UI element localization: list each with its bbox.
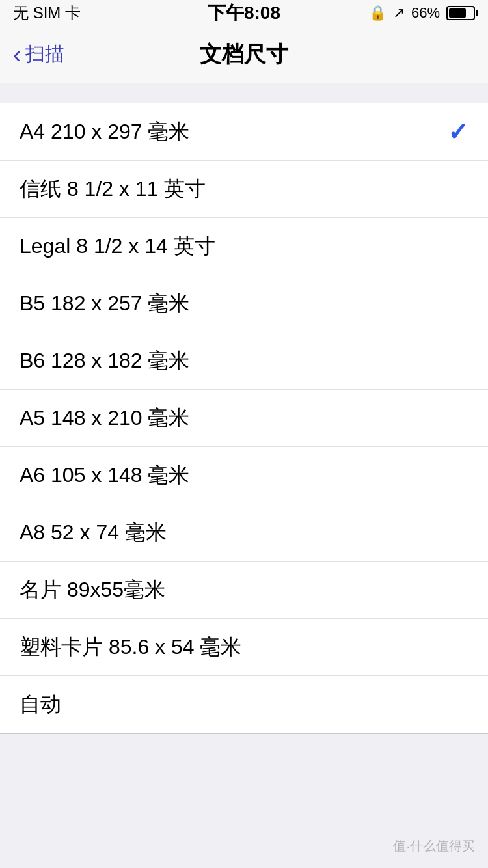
back-label: 扫描 xyxy=(25,41,64,68)
back-chevron-icon: ‹ xyxy=(13,42,21,67)
content-area: A4 210 x 297 毫米✓信纸 8 1/2 x 11 英寸Legal 8 … xyxy=(0,103,488,734)
battery-fill xyxy=(449,8,466,18)
lock-icon: 🔒 xyxy=(369,5,386,21)
location-icon: ↗ xyxy=(393,5,405,21)
list-item[interactable]: 塑料卡片 85.6 x 54 毫米 xyxy=(0,619,488,676)
list-item-label: B6 128 x 182 毫米 xyxy=(20,347,189,375)
list-item[interactable]: 名片 89x55毫米 xyxy=(0,562,488,619)
watermark: 值·什么值得买 xyxy=(393,837,475,855)
status-right: 🔒 ↗ 66% xyxy=(369,5,475,21)
list-item-label: A8 52 x 74 毫米 xyxy=(20,519,167,547)
list-item[interactable]: A8 52 x 74 毫米 xyxy=(0,504,488,562)
list-item-label: 名片 89x55毫米 xyxy=(20,576,165,604)
list-item-label: A6 105 x 148 毫米 xyxy=(20,461,189,490)
page-title: 文档尺寸 xyxy=(200,40,288,70)
list-item-label: B5 182 x 257 毫米 xyxy=(20,290,189,318)
list-item[interactable]: 信纸 8 1/2 x 11 英寸 xyxy=(0,161,488,218)
list-item[interactable]: 自动 xyxy=(0,676,488,733)
list-item[interactable]: A6 105 x 148 毫米 xyxy=(0,447,488,504)
list-item-label: A4 210 x 297 毫米 xyxy=(20,118,189,146)
checkmark-icon: ✓ xyxy=(448,118,468,146)
list-item-label: Legal 8 1/2 x 14 英寸 xyxy=(20,232,215,261)
list-item-label: 自动 xyxy=(20,690,61,719)
list-item[interactable]: A5 148 x 210 毫米 xyxy=(0,390,488,447)
list-item[interactable]: Legal 8 1/2 x 14 英寸 xyxy=(0,218,488,275)
list-item-label: A5 148 x 210 毫米 xyxy=(20,404,189,433)
list-item[interactable]: A4 210 x 297 毫米✓ xyxy=(0,103,488,161)
document-size-list: A4 210 x 297 毫米✓信纸 8 1/2 x 11 英寸Legal 8 … xyxy=(0,103,488,734)
battery-icon xyxy=(446,6,475,20)
list-item[interactable]: B5 182 x 257 毫米 xyxy=(0,275,488,332)
carrier-label: 无 SIM 卡 xyxy=(13,3,81,23)
list-item[interactable]: B6 128 x 182 毫米 xyxy=(0,332,488,390)
list-item-label: 塑料卡片 85.6 x 54 毫米 xyxy=(20,633,241,662)
back-button[interactable]: ‹ 扫描 xyxy=(13,41,64,68)
time-label: 下午8:08 xyxy=(208,1,280,25)
battery-percent: 66% xyxy=(411,5,440,21)
status-bar: 无 SIM 卡 下午8:08 🔒 ↗ 66% xyxy=(0,0,488,26)
list-item-label: 信纸 8 1/2 x 11 英寸 xyxy=(20,175,206,204)
nav-bar: ‹ 扫描 文档尺寸 xyxy=(0,26,488,83)
